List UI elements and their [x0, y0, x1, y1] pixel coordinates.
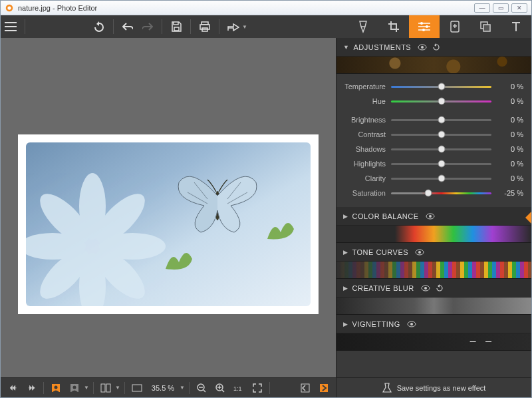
fullscreen-button[interactable] [249, 381, 265, 395]
app-icon [5, 3, 14, 13]
svg-point-38 [418, 251, 421, 254]
visibility-icon[interactable] [407, 321, 416, 327]
canvas-viewport[interactable] [1, 38, 336, 377]
svg-point-7 [422, 29, 425, 31]
photo[interactable] [18, 134, 319, 314]
visibility-icon[interactable] [415, 249, 424, 256]
reset-icon[interactable] [432, 43, 440, 51]
tab-effects[interactable] [348, 15, 378, 38]
slider-shadows: Shadows0 % [336, 142, 523, 156]
expand-icon: ▶ [343, 321, 348, 327]
revert-button[interactable] [297, 381, 313, 395]
svg-rect-27 [132, 385, 142, 391]
tab-crop[interactable] [378, 15, 409, 38]
expand-icon: ▶ [343, 249, 348, 256]
bottom-toolbar: ⯬ ⯮ ▼ ▼ 35.5 % ▼ 1:1 [1, 377, 336, 397]
portrait-dropdown[interactable]: ▼ [84, 385, 89, 391]
slider-value: 0 % [491, 116, 523, 124]
zoom-dropdown[interactable]: ▼ [180, 385, 185, 391]
visibility-icon[interactable] [421, 285, 430, 292]
zoom-out-button[interactable] [194, 381, 209, 395]
undo-all-button[interactable] [89, 15, 109, 38]
svg-rect-25 [101, 384, 105, 392]
slider-track[interactable] [391, 188, 491, 198]
slider-value: 0 % [491, 97, 523, 105]
slider-highlights: Highlights0 % [336, 156, 523, 171]
section-title: VIGNETTING [352, 320, 400, 328]
slider-label: Contrast [336, 130, 391, 138]
save-effect-button[interactable]: Save settings as new effect [336, 377, 531, 397]
section-title: COLOR BALANCE [352, 212, 419, 220]
apply-button[interactable] [316, 381, 332, 395]
maximize-button[interactable]: ▭ [493, 3, 509, 13]
color-balance-thumbnail [336, 226, 531, 243]
tab-retouch[interactable] [440, 15, 470, 38]
zoom-100-button[interactable]: 1:1 [231, 381, 247, 395]
section-title: ADJUSTMENTS [353, 43, 411, 51]
right-panel: ▼ ADJUSTMENTS Temperature0 %Hue0 %Bright… [336, 38, 531, 397]
tone-curves-thumbnail [336, 262, 531, 279]
next-image-button[interactable]: ⯮ [23, 381, 39, 395]
slider-track[interactable] [391, 174, 491, 183]
slider-label: Highlights [336, 160, 391, 168]
section-color-balance-header[interactable]: ▶ COLOR BALANCE [336, 207, 531, 226]
slider-label: Shadows [336, 145, 391, 153]
slider-track[interactable] [391, 144, 491, 154]
tab-text[interactable] [501, 15, 531, 38]
share-dropdown-icon[interactable]: ▼ [242, 24, 247, 30]
adjustments-thumbnail [336, 57, 531, 74]
portrait-orange-icon[interactable] [48, 381, 64, 395]
slider-label: Temperature [336, 83, 391, 91]
svg-point-42 [410, 323, 413, 325]
section-vignetting-header[interactable]: ▶ VIGNETTING [336, 315, 531, 333]
svg-text:1:1: 1:1 [233, 385, 242, 392]
section-tone-curves-header[interactable]: ▶ TONE CURVES [336, 243, 531, 262]
save-effect-label: Save settings as new effect [397, 384, 486, 392]
window-title: nature.jpg - Photo Editor [18, 4, 474, 12]
svg-point-1 [7, 6, 11, 9]
tab-adjust[interactable] [409, 15, 440, 38]
svg-point-5 [420, 22, 423, 25]
canvas-area: ⯬ ⯮ ▼ ▼ 35.5 % ▼ 1:1 [1, 38, 336, 397]
svg-rect-26 [106, 384, 110, 392]
zoom-value[interactable]: 35.5 % [148, 384, 178, 392]
slider-label: Saturation [336, 189, 391, 197]
save-button[interactable] [166, 15, 186, 38]
fit-screen-button[interactable] [129, 381, 145, 395]
close-button[interactable]: ✕ [511, 3, 527, 13]
slider-track[interactable] [391, 82, 491, 91]
section-creative-blur-header[interactable]: ▶ CREATIVE BLUR [336, 279, 531, 298]
redo-button[interactable] [138, 15, 158, 38]
slider-value: 0 % [491, 160, 523, 168]
section-title: CREATIVE BLUR [352, 284, 414, 292]
creative-blur-thumbnail [336, 298, 531, 315]
compare-split-button[interactable] [98, 381, 114, 395]
print-button[interactable] [195, 15, 215, 38]
slider-track[interactable] [391, 130, 491, 139]
slider-contrast: Contrast0 % [336, 127, 523, 142]
slider-clarity: Clarity0 % [336, 171, 523, 186]
visibility-icon[interactable] [426, 213, 435, 220]
reset-icon[interactable] [436, 284, 444, 292]
menu-button[interactable] [1, 15, 21, 38]
svg-point-36 [429, 215, 432, 218]
tab-overlay[interactable] [470, 15, 501, 38]
minimize-button[interactable]: — [474, 3, 490, 13]
section-title: TONE CURVES [352, 248, 409, 256]
slider-track[interactable] [391, 159, 491, 168]
slider-track[interactable] [391, 97, 491, 106]
expand-icon: ▶ [343, 285, 348, 292]
zoom-in-button[interactable] [212, 381, 228, 395]
prev-image-button[interactable]: ⯬ [5, 381, 21, 395]
section-adjustments-header[interactable]: ▼ ADJUSTMENTS [336, 38, 531, 57]
undo-button[interactable] [118, 15, 138, 38]
slider-track[interactable] [391, 115, 491, 124]
svg-rect-10 [483, 25, 490, 31]
portrait-gray-icon[interactable] [66, 381, 82, 395]
slider-value: 0 % [491, 83, 523, 91]
visibility-icon[interactable] [418, 44, 427, 51]
share-button[interactable] [223, 15, 243, 38]
svg-point-22 [55, 385, 58, 389]
svg-point-34 [421, 46, 424, 49]
compare-dropdown[interactable]: ▼ [115, 385, 120, 391]
